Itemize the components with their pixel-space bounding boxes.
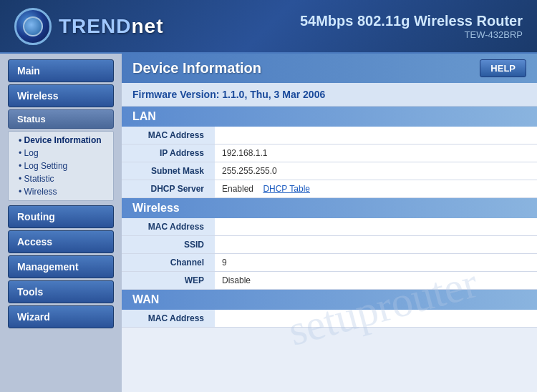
lan-ip-value: 192.168.1.1 bbox=[215, 144, 537, 162]
sidebar-item-wireless[interactable]: Wireless bbox=[9, 185, 113, 198]
wireless-table: MAC Address SSID Channel 9 WEP Disable bbox=[122, 218, 537, 290]
content-area: Device Information HELP Firmware Version… bbox=[122, 54, 537, 392]
table-row: MAC Address bbox=[122, 310, 537, 328]
wireless-channel-label: Channel bbox=[122, 254, 215, 272]
sidebar-item-log-setting[interactable]: Log Setting bbox=[9, 160, 113, 172]
lan-mac-value bbox=[215, 127, 537, 144]
help-button[interactable]: HELP bbox=[480, 59, 526, 77]
table-row: Channel 9 bbox=[122, 254, 537, 272]
router-model: 54Mbps 802.11g Wireless Router bbox=[300, 13, 523, 29]
page-title: Device Information bbox=[132, 60, 261, 77]
wan-section-header: WAN bbox=[122, 290, 537, 310]
sidebar-item-log[interactable]: Log bbox=[9, 147, 113, 160]
table-row: IP Address 192.168.1.1 bbox=[122, 144, 537, 162]
lan-mac-label: MAC Address bbox=[122, 127, 215, 144]
content-header: Device Information HELP bbox=[122, 54, 537, 83]
table-row: WEP Disable bbox=[122, 272, 537, 290]
wireless-wep-label: WEP bbox=[122, 272, 215, 290]
lan-subnet-value: 255.255.255.0 bbox=[215, 162, 537, 180]
sidebar-btn-wizard[interactable]: Wizard bbox=[8, 305, 114, 328]
table-row: SSID bbox=[122, 236, 537, 254]
sidebar: Main Wireless Status Device Information … bbox=[0, 54, 122, 392]
table-row: DHCP Server Enabled DHCP Table bbox=[122, 180, 537, 198]
dhcp-table-link[interactable]: DHCP Table bbox=[263, 184, 310, 194]
sidebar-btn-routing[interactable]: Routing bbox=[8, 205, 114, 228]
logo-inner bbox=[23, 16, 43, 36]
wireless-ssid-value bbox=[215, 236, 537, 254]
firmware-line: Firmware Version: 1.1.0, Thu, 3 Mar 2006 bbox=[122, 83, 537, 107]
lan-dhcp-label: DHCP Server bbox=[122, 180, 215, 198]
table-row: MAC Address bbox=[122, 218, 537, 236]
sidebar-btn-wireless[interactable]: Wireless bbox=[8, 84, 114, 107]
sidebar-btn-management[interactable]: Management bbox=[8, 255, 114, 278]
sidebar-btn-main[interactable]: Main bbox=[8, 59, 114, 82]
lan-section-header: LAN bbox=[122, 107, 537, 127]
main-layout: Main Wireless Status Device Information … bbox=[0, 54, 537, 392]
logo-area: TRENDnet bbox=[14, 8, 163, 45]
sidebar-status-items: Device Information Log Log Setting Stati… bbox=[8, 131, 114, 201]
header: TRENDnet 54Mbps 802.11g Wireless Router … bbox=[0, 0, 537, 54]
brand-name: TRENDnet bbox=[59, 15, 163, 38]
sidebar-btn-access[interactable]: Access bbox=[8, 230, 114, 253]
sidebar-btn-tools[interactable]: Tools bbox=[8, 280, 114, 303]
wireless-ssid-label: SSID bbox=[122, 236, 215, 254]
table-row: Subnet Mask 255.255.255.0 bbox=[122, 162, 537, 180]
brand-suffix: net bbox=[131, 15, 163, 37]
wireless-mac-label: MAC Address bbox=[122, 218, 215, 236]
wireless-section-header: Wireless bbox=[122, 198, 537, 218]
lan-table: MAC Address IP Address 192.168.1.1 Subne… bbox=[122, 127, 537, 198]
wireless-channel-value: 9 bbox=[215, 254, 537, 272]
brand-prefix: TREND bbox=[59, 15, 131, 37]
wan-table: MAC Address bbox=[122, 310, 537, 328]
sidebar-item-device-information[interactable]: Device Information bbox=[9, 134, 113, 147]
wan-mac-value bbox=[215, 310, 537, 328]
lan-dhcp-value: Enabled DHCP Table bbox=[215, 180, 537, 198]
wireless-wep-value: Disable bbox=[215, 272, 537, 290]
wan-mac-label: MAC Address bbox=[122, 310, 215, 328]
sidebar-status-header[interactable]: Status bbox=[8, 109, 114, 129]
sidebar-item-statistic[interactable]: Statistic bbox=[9, 172, 113, 185]
wireless-mac-value bbox=[215, 218, 537, 236]
router-sku: TEW-432BRP bbox=[300, 29, 523, 40]
logo-icon bbox=[14, 8, 52, 45]
lan-ip-label: IP Address bbox=[122, 144, 215, 162]
lan-subnet-label: Subnet Mask bbox=[122, 162, 215, 180]
router-info: 54Mbps 802.11g Wireless Router TEW-432BR… bbox=[300, 13, 523, 40]
table-row: MAC Address bbox=[122, 127, 537, 144]
